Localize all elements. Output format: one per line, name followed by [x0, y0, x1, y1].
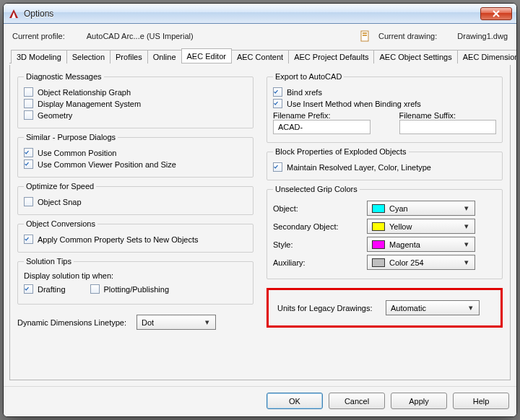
current-profile-value: AutoCAD Arc...e (US Imperial) — [87, 32, 194, 40]
legend-block: Block Properties of Exploded Objects — [273, 147, 409, 156]
window-title: Options — [24, 9, 480, 19]
tab-panel: Diagnostic Messages Object Relationship … — [9, 65, 511, 380]
chk-use-common-position[interactable] — [24, 148, 33, 157]
chk-apply-common-property-sets[interactable] — [24, 235, 33, 244]
grip-secondary-select[interactable]: Yellow ▾ — [367, 219, 475, 234]
group-grip-colors: Unselected Grip Colors Object: Cyan ▾ Se… — [266, 185, 503, 279]
chevron-down-icon: ▾ — [462, 240, 472, 249]
grip-auxiliary-label: Auxiliary: — [273, 258, 367, 267]
lbl-bind-xrefs: Bind xrefs — [287, 88, 322, 97]
svg-rect-4 — [363, 35, 367, 36]
grip-object-select[interactable]: Cyan ▾ — [367, 201, 475, 216]
group-solution-tips: Solution Tips Display solution tip when:… — [17, 257, 254, 305]
filename-prefix-input[interactable] — [273, 120, 370, 134]
chk-use-common-viewer[interactable] — [24, 159, 33, 169]
lbl-apply-common-property-sets: Apply Common Property Sets to New Object… — [38, 235, 199, 244]
legacy-units-select[interactable]: Automatic ▾ — [386, 300, 480, 315]
grip-secondary-label: Secondary Object: — [273, 222, 367, 231]
lbl-display-management-system: Display Management System — [38, 100, 141, 108]
legend-conversions: Object Conversions — [24, 219, 98, 228]
lbl-drafting: Drafting — [38, 285, 66, 294]
left-column: Diagnostic Messages Object Relationship … — [17, 72, 254, 375]
tab-bar: 3D Modeling Selection Profiles Online AE… — [9, 48, 511, 64]
group-export-autocad: Export to AutoCAD Bind xrefs Use Insert … — [266, 72, 503, 143]
grip-style-select[interactable]: Magenta ▾ — [367, 237, 475, 252]
current-drawing-label: Current drawing: — [378, 32, 437, 40]
drawing-icon — [360, 30, 371, 42]
color-swatch — [372, 222, 385, 231]
filename-suffix-input[interactable] — [399, 120, 497, 134]
color-swatch — [372, 204, 385, 213]
tab-3d-modeling[interactable]: 3D Modeling — [11, 50, 67, 64]
legend-similar: Similar - Purpose Dialogs — [24, 133, 118, 141]
tips-subhead: Display solution tip when: — [24, 271, 247, 280]
chevron-down-icon: ▾ — [202, 318, 212, 327]
close-button[interactable] — [480, 7, 512, 20]
group-diagnostic-messages: Diagnostic Messages Object Relationship … — [17, 72, 254, 128]
grip-style-value: Magenta — [389, 240, 457, 249]
options-window: Options Current profile: AutoCAD Arc...e… — [3, 3, 517, 417]
dynamic-linetype-label: Dynamic Dimensions Linetype: — [17, 318, 126, 327]
svg-rect-3 — [363, 32, 367, 34]
current-drawing-value: Drawing1.dwg — [457, 32, 508, 40]
lbl-maintain-resolved: Maintain Resolved Layer, Color, Linetype — [287, 163, 431, 172]
group-object-conversions: Object Conversions Apply Common Property… — [17, 219, 254, 253]
legend-speed: Optimize for Speed — [24, 182, 96, 191]
lbl-object-relationship-graph: Object Relationship Graph — [38, 88, 131, 97]
dynamic-linetype-value: Dot — [142, 318, 198, 327]
group-legacy-units-highlight: Units for Legacy Drawings: Automatic ▾ — [266, 288, 503, 328]
ok-button[interactable]: OK — [266, 393, 323, 409]
legend-diagnostic: Diagnostic Messages — [24, 72, 104, 81]
group-block-properties: Block Properties of Exploded Objects Mai… — [266, 147, 503, 180]
tab-profiles[interactable]: Profiles — [110, 50, 148, 64]
grip-object-label: Object: — [273, 204, 367, 213]
grip-secondary-value: Yellow — [389, 222, 457, 231]
color-swatch — [372, 258, 385, 267]
group-optimize-speed: Optimize for Speed Object Snap — [17, 182, 254, 215]
tab-selection[interactable]: Selection — [66, 50, 110, 64]
tab-aec-editor[interactable]: AEC Editor — [181, 48, 232, 63]
lbl-plotting-publishing: Plotting/Publishing — [104, 285, 170, 294]
grip-auxiliary-select[interactable]: Color 254 ▾ — [367, 255, 475, 270]
lbl-geometry: Geometry — [38, 111, 72, 120]
chevron-down-icon: ▾ — [466, 303, 476, 312]
chk-display-management-system[interactable] — [24, 99, 33, 108]
grip-style-label: Style: — [273, 240, 367, 249]
chevron-down-icon: ▾ — [462, 258, 472, 267]
chevron-down-icon: ▾ — [462, 222, 472, 231]
tab-online[interactable]: Online — [147, 50, 182, 64]
tab-aec-content[interactable]: AEC Content — [231, 50, 289, 64]
profile-bar: Current profile: AutoCAD Arc...e (US Imp… — [9, 28, 511, 44]
app-icon — [8, 8, 20, 19]
chk-bind-xrefs[interactable] — [273, 87, 282, 97]
dynamic-linetype-row: Dynamic Dimensions Linetype: Dot ▾ — [17, 315, 254, 330]
current-profile-label: Current profile: — [12, 32, 65, 40]
legend-tips: Solution Tips — [24, 257, 74, 266]
chk-plotting-publishing[interactable] — [90, 284, 100, 294]
color-swatch — [372, 240, 385, 249]
apply-button[interactable]: Apply — [391, 393, 447, 409]
chevron-down-icon: ▾ — [462, 204, 472, 213]
chk-drafting[interactable] — [24, 284, 33, 294]
help-button[interactable]: Help — [453, 393, 509, 409]
legend-export: Export to AutoCAD — [273, 72, 344, 81]
dynamic-linetype-select[interactable]: Dot ▾ — [136, 315, 216, 330]
titlebar[interactable]: Options — [4, 4, 516, 24]
dialog-button-bar: OK Cancel Apply Help — [4, 386, 516, 416]
chk-object-snap[interactable] — [24, 197, 33, 206]
tab-aec-object-settings[interactable]: AEC Object Settings — [373, 50, 457, 64]
legacy-units-label: Units for Legacy Drawings: — [277, 304, 386, 312]
chk-geometry[interactable] — [24, 110, 33, 120]
chk-object-relationship-graph[interactable] — [24, 87, 33, 97]
chk-insert-method[interactable] — [273, 99, 282, 108]
chk-maintain-resolved[interactable] — [273, 162, 282, 172]
legend-grip: Unselected Grip Colors — [273, 185, 360, 193]
lbl-object-snap: Object Snap — [38, 198, 82, 206]
tab-aec-dimension[interactable]: AEC Dimension — [457, 50, 517, 64]
tab-aec-project-defaults[interactable]: AEC Project Defaults — [288, 50, 374, 64]
lbl-insert-method: Use Insert Method when Binding xrefs — [287, 100, 421, 108]
dialog-content: Current profile: AutoCAD Arc...e (US Imp… — [4, 24, 516, 386]
cancel-button[interactable]: Cancel — [329, 393, 385, 409]
grip-object-value: Cyan — [389, 204, 457, 213]
legacy-units-value: Automatic — [391, 304, 462, 312]
